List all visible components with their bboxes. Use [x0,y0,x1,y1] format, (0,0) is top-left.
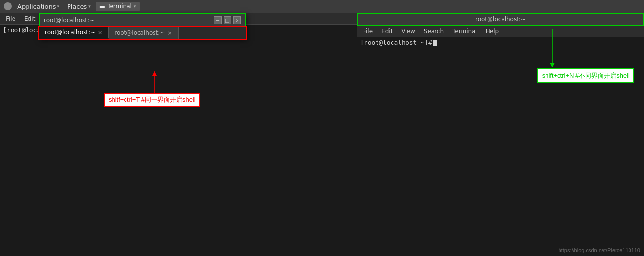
menu-search-right[interactable]: Search [420,27,448,36]
applications-menu[interactable]: Applications ▾ [14,2,62,11]
applications-arrow: ▾ [57,4,59,9]
places-label: Places [67,3,87,10]
tab-1[interactable]: root@localhost:~ × [39,27,109,39]
menu-terminal-right[interactable]: Terminal [448,27,481,36]
menu-help-right[interactable]: Help [482,27,503,36]
menu-view-right[interactable]: View [397,27,419,36]
watermark: https://blog.csdn.net/Pierce110110 [559,247,640,253]
svg-marker-1 [152,71,157,76]
right-title: root@localhost:~ [476,16,526,23]
annotation-green-box: shift+ctrl+N #不同界面开启shell [537,68,634,83]
floating-titlebar: root@localhost:~ ─ □ × [39,13,246,27]
terminal-right: root@localhost:~ File Edit View Search T… [357,13,644,256]
system-bar: Applications ▾ Places ▾ ▬ Terminal ▾ [0,0,644,13]
terminal-arrow: ▾ [134,4,136,9]
app-icon [4,2,12,10]
tab-1-close[interactable]: × [98,29,102,36]
terminal-icon: ▬ [99,3,105,10]
right-prompt-text: [root@localhost ~]# [360,39,432,46]
minimize-button[interactable]: ─ [214,16,222,24]
terminal-left: File Edit View Search Terminal Tabs Help… [0,13,357,256]
floating-title: root@localhost:~ [44,17,94,24]
svg-marker-3 [550,63,555,67]
menu-file-right[interactable]: File [359,27,377,36]
tab-2[interactable]: root@localhost:~ × [109,27,178,39]
menu-edit-left[interactable]: Edit [20,14,39,23]
tab-strip: root@localhost:~ × root@localhost:~ × [39,27,246,39]
green-annotation-arrow [533,27,572,70]
annotation-green-text: shift+ctrl+N #不同界面开启shell [542,72,630,79]
applications-label: Applications [17,3,56,10]
right-menu-bar: File Edit View Search Terminal Help [357,26,644,37]
tab-2-close[interactable]: × [168,30,172,36]
close-button[interactable]: × [233,16,241,24]
annotation-red-text: shitf+ctrl+T #同一界面开启shell [109,96,196,103]
floating-terminal-window: root@localhost:~ ─ □ × root@localhost:~ … [39,13,246,40]
annotation-red-box: shitf+ctrl+T #同一界面开启shell [104,93,200,107]
places-menu[interactable]: Places ▾ [64,2,94,11]
annotation-arrow-up [150,71,159,94]
window-controls: ─ □ × [214,16,241,24]
right-titlebar: root@localhost:~ [357,13,644,26]
places-arrow: ▾ [88,4,91,9]
terminal-label: Terminal [107,3,132,10]
menu-file-left[interactable]: File [2,14,19,23]
menu-edit-right[interactable]: Edit [378,27,396,36]
tab-2-label: root@localhost:~ [114,29,165,36]
tab-1-label: root@localhost:~ [45,29,95,36]
maximize-button[interactable]: □ [224,16,231,24]
right-prompt-line: [root@localhost ~]# [360,39,641,46]
right-cursor [433,40,437,46]
terminal-menu[interactable]: ▬ Terminal ▾ [96,2,140,11]
left-terminal-content[interactable]: [root@localhost ~]# [0,25,357,256]
main-layout: File Edit View Search Terminal Tabs Help… [0,13,644,256]
